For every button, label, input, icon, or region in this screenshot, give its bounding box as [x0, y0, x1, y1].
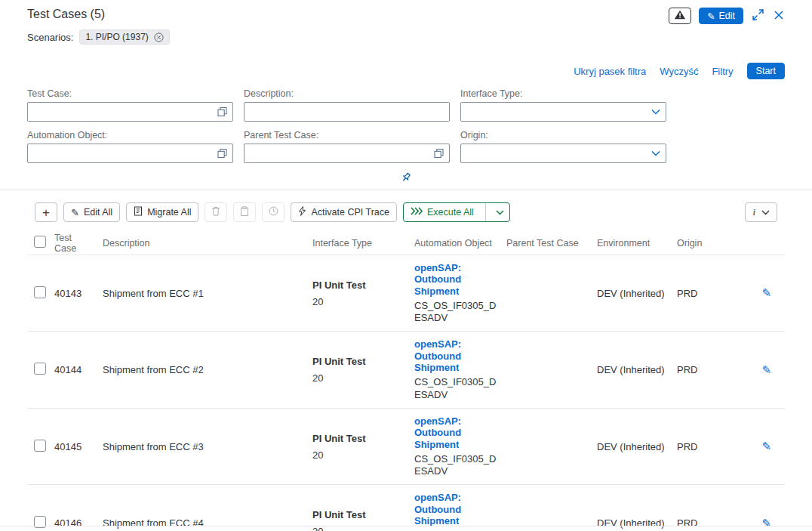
row-edit-icon[interactable]: ✎	[761, 517, 771, 529]
automation-object-link[interactable]: openSAP: Outbound Shipment	[414, 262, 499, 297]
scenario-token-text: 1. PI/PO (1937)	[85, 32, 148, 42]
info-menu-button[interactable]: i	[745, 202, 777, 222]
page-bottom-divider	[0, 526, 812, 526]
row-checkbox[interactable]	[34, 286, 46, 298]
start-button[interactable]: Start	[747, 63, 785, 79]
fullscreen-icon	[752, 9, 764, 23]
table-row: 40145 Shipment from ECC #3 PI Unit Test …	[27, 409, 785, 485]
parent-test-case-filter-label: Parent Test Case:	[244, 130, 450, 140]
origin: PRD	[677, 441, 745, 452]
pencil-icon: ✎	[71, 208, 79, 218]
origin: PRD	[677, 288, 745, 299]
origin-filter-select[interactable]	[460, 144, 666, 163]
test-case-id: 40143	[54, 288, 103, 299]
row-checkbox[interactable]	[34, 440, 46, 452]
interface-type-filter-label: Interface Type:	[460, 88, 666, 99]
table-row: 40143 Shipment from ECC #1 PI Unit Test …	[27, 255, 785, 332]
origin-filter-input[interactable]	[461, 144, 666, 162]
automation-object-filter-label: Automation Object:	[27, 130, 233, 140]
history-button[interactable]	[262, 202, 285, 222]
clipboard-icon	[240, 206, 249, 218]
test-case-description: Shipment from ECC #3	[103, 441, 312, 452]
table-row: 40144 Shipment from ECC #2 PI Unit Test …	[27, 332, 785, 408]
column-header-interface-type: Interface Type	[312, 238, 414, 249]
close-button[interactable]	[773, 9, 785, 23]
environment: DEV (Inherited)	[597, 288, 677, 299]
scenarios-row: Scenarios: 1. PI/PO (1937)	[27, 29, 785, 45]
automation-object-id: CS_OS_IF0305_DESADV	[414, 376, 499, 401]
column-header-automation-object: Automation Object	[414, 238, 506, 249]
interface-type-code: 20	[312, 449, 407, 461]
activate-cpi-trace-button[interactable]: Activate CPI Trace	[291, 202, 397, 222]
row-edit-icon[interactable]: ✎	[761, 363, 771, 376]
migrate-all-button[interactable]: Migrate All	[126, 202, 198, 222]
environment: DEV (Inherited)	[597, 517, 677, 529]
value-help-icon[interactable]	[217, 149, 227, 159]
add-test-case-button[interactable]: +	[35, 202, 57, 222]
edit-all-button[interactable]: ✎ Edit All	[63, 202, 120, 222]
select-all-checkbox[interactable]	[34, 236, 46, 248]
trash-icon	[211, 206, 220, 218]
automation-object-link[interactable]: openSAP: Outbound Shipment	[414, 338, 499, 373]
filters-link[interactable]: Filtry	[712, 66, 733, 77]
interface-type: PI Unit Test	[312, 433, 407, 444]
interface-type-filter-input[interactable]	[461, 103, 666, 121]
interface-type-code: 20	[312, 372, 407, 384]
chevron-down-icon[interactable]	[651, 109, 660, 115]
interface-type-code: 20	[312, 526, 407, 531]
automation-object-link[interactable]: openSAP: Outbound Shipment	[414, 492, 499, 526]
column-header-parent-test-case: Parent Test Case	[506, 238, 597, 249]
filter-field-origin: Origin:	[460, 130, 666, 163]
filter-field-test-case: Test Case:	[27, 88, 233, 122]
automation-object-filter-input[interactable]	[28, 144, 232, 162]
row-edit-icon[interactable]: ✎	[761, 440, 771, 452]
automation-object-id: CS_OS_IF0305_DESADV	[414, 453, 499, 478]
value-help-icon[interactable]	[434, 149, 444, 159]
value-help-icon[interactable]	[217, 107, 227, 117]
close-icon	[774, 11, 783, 22]
page-title: Test Cases (5)	[27, 8, 105, 21]
column-header-environment: Environment	[597, 238, 677, 249]
interface-type: PI Unit Test	[312, 356, 407, 367]
plus-icon: +	[42, 206, 50, 219]
edit-button[interactable]: ✎ Edit	[699, 8, 743, 24]
filter-field-description: Description:	[244, 88, 450, 122]
automation-object-id: CS_OS_IF0305_DESADV	[414, 300, 499, 325]
automation-object-link[interactable]: openSAP: Outbound Shipment	[414, 415, 499, 450]
delete-button[interactable]	[205, 202, 227, 222]
interface-type-filter-select[interactable]	[460, 102, 666, 122]
scenario-token[interactable]: 1. PI/PO (1937)	[79, 29, 169, 45]
environment: DEV (Inherited)	[597, 441, 677, 452]
interface-type: PI Unit Test	[312, 279, 407, 291]
row-edit-icon[interactable]: ✎	[761, 286, 771, 299]
execute-all-button[interactable]: Execute All	[403, 202, 510, 222]
origin-filter-label: Origin:	[460, 130, 666, 140]
paste-button[interactable]	[233, 202, 256, 222]
description-filter-input[interactable]	[245, 103, 449, 121]
filterbar-actions: Ukryj pasek filtra Wyczyść Filtry Start	[27, 63, 785, 79]
test-case-description: Shipment from ECC #1	[103, 288, 312, 299]
pin-filter-bar-button[interactable]	[395, 171, 417, 187]
warning-icon	[674, 10, 686, 22]
clear-filters-link[interactable]: Wyczyść	[660, 66, 698, 77]
scenarios-label: Scenarios:	[27, 32, 73, 43]
chevron-down-icon	[761, 207, 770, 218]
column-header-origin: Origin	[677, 238, 745, 249]
warnings-button[interactable]	[669, 8, 691, 24]
table-toolbar: + ✎ Edit All Migrate All	[27, 199, 785, 228]
token-remove-icon[interactable]	[154, 32, 164, 42]
test-case-id: 40146	[54, 517, 103, 529]
origin: PRD	[677, 517, 745, 529]
activate-icon	[298, 206, 306, 218]
test-cases-table-section: + ✎ Edit All Migrate All	[27, 199, 785, 531]
test-case-id: 40144	[54, 364, 103, 375]
origin: PRD	[677, 364, 745, 375]
parent-test-case-filter-input[interactable]	[245, 144, 449, 162]
row-checkbox[interactable]	[34, 363, 46, 375]
test-case-filter-input[interactable]	[28, 103, 232, 121]
test-case-description: Shipment from ECC #4	[103, 517, 312, 529]
chevron-down-icon[interactable]	[651, 150, 660, 156]
hide-filter-bar-link[interactable]: Ukryj pasek filtra	[574, 66, 646, 77]
expand-fullscreen-button[interactable]	[751, 8, 765, 24]
execute-all-menu-arrow[interactable]	[491, 203, 509, 221]
